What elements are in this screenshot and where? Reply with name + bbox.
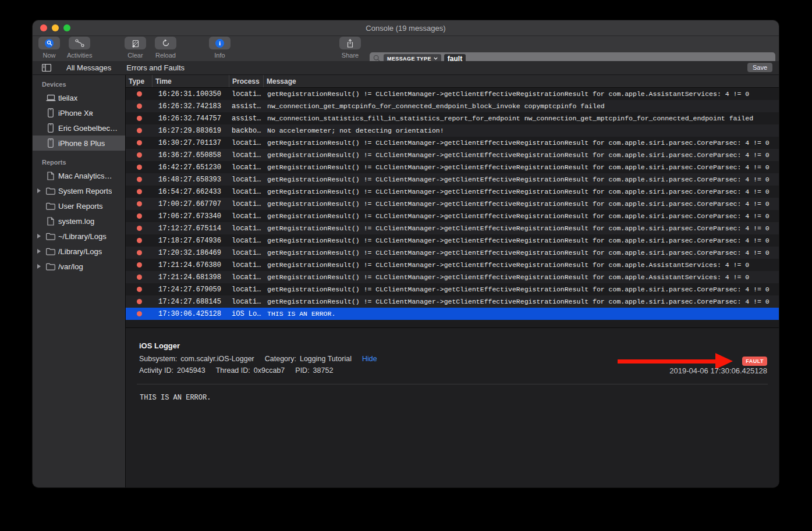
clear-button[interactable]: Clear	[125, 37, 146, 59]
table-row[interactable]: 17:30:06.425128iOS Lo…THIS IS AN ERROR.	[126, 308, 779, 320]
cell-time: 16:26:32.742183	[153, 102, 229, 111]
table-row[interactable]: 16:26:32.742183assist…nw_connection_get_…	[126, 100, 779, 112]
sidebar-item-label: iPhone 8 Plus	[58, 139, 105, 148]
cell-time: 17:24:27.688145	[153, 298, 229, 306]
sidebar: Devices tleilaxiPhone XʀEric Goebelbec…i…	[33, 75, 126, 487]
cell-time: 16:54:27.662433	[153, 188, 229, 196]
cell-time: 17:30:06.425128	[153, 310, 229, 318]
disclosure-triangle-icon[interactable]	[37, 234, 41, 238]
cell-process: locati…	[229, 151, 264, 159]
table-row[interactable]: 17:24:27.688145locati…getRegistrationRes…	[126, 295, 779, 308]
minimize-button[interactable]	[52, 24, 59, 31]
sidebar-item-system-reports[interactable]: System Reports	[33, 183, 125, 198]
sidebar-item-label: System Reports	[58, 187, 112, 195]
table-row[interactable]: 17:24:27.679059locati…getRegistrationRes…	[126, 283, 779, 295]
document-icon	[45, 172, 56, 180]
cell-process: backbo…	[229, 127, 264, 135]
error-dot-icon	[126, 238, 153, 243]
sidebar-toggle-button[interactable]	[42, 64, 51, 72]
sidebar-item-eric-goebelbec[interactable]: Eric Goebelbec…	[33, 120, 125, 136]
table-row[interactable]: 16:54:27.662433locati…getRegistrationRes…	[126, 186, 779, 198]
column-header-message[interactable]: Message	[264, 75, 779, 87]
filter-bar: All Messages Errors and Faults Save	[33, 61, 779, 75]
error-dot-icon	[126, 104, 153, 109]
error-dot-icon	[126, 177, 153, 182]
cell-time: 17:21:24.681398	[153, 273, 229, 281]
column-header-process[interactable]: Process	[229, 75, 264, 87]
disclosure-triangle-icon[interactable]	[37, 249, 41, 254]
reload-button[interactable]: Reload	[155, 37, 176, 59]
tab-errors-and-faults[interactable]: Errors and Faults	[126, 63, 185, 72]
activities-button[interactable]: Activities	[67, 37, 92, 59]
activities-icon	[69, 37, 90, 49]
window-title: Console (19 messages)	[33, 20, 779, 36]
table-row[interactable]: 16:48:27.658393locati…getRegistrationRes…	[126, 173, 779, 186]
table-row[interactable]: 17:00:27.667707locati…getRegistrationRes…	[126, 198, 779, 210]
reports-header: Reports	[33, 156, 125, 168]
sidebar-item-tleilax[interactable]: tleilax	[33, 90, 125, 105]
sidebar-item-var-log[interactable]: /var/log	[33, 259, 125, 274]
sidebar-item-library-logs[interactable]: /Library/Logs	[33, 244, 125, 259]
cell-process: locati…	[229, 249, 264, 257]
zoom-button[interactable]	[63, 24, 70, 31]
table-row[interactable]: 16:27:29.883619backbo…No accelerometer; …	[126, 124, 779, 137]
detail-timestamp: 2019-04-06 17:30:06.425128	[669, 366, 767, 375]
now-button[interactable]: Now	[38, 37, 60, 59]
table-row[interactable]: 17:21:24.676380locati…getRegistrationRes…	[126, 259, 779, 271]
cell-process: locati…	[229, 298, 264, 306]
table-row[interactable]: 17:12:27.675114locati…getRegistrationRes…	[126, 222, 779, 234]
cell-message: getRegistrationResult() != CLClientManag…	[264, 286, 779, 293]
fault-badge: FAULT	[742, 357, 767, 366]
hide-link[interactable]: Hide	[362, 355, 377, 363]
search-token-type-label: MESSAGE TYPE	[387, 56, 431, 62]
cell-process: locati…	[229, 224, 264, 233]
sidebar-item-user-reports[interactable]: User Reports	[33, 198, 125, 213]
detail-message: THIS IS AN ERROR.	[140, 394, 211, 402]
category-label: Category:	[265, 355, 296, 363]
cell-process: assist…	[229, 102, 264, 111]
sidebar-item-library-logs[interactable]: ~/Library/Logs	[33, 229, 125, 244]
sidebar-toggle-icon	[42, 64, 51, 72]
cell-message: getRegistrationResult() != CLClientManag…	[264, 176, 779, 183]
info-button[interactable]: i Info	[209, 37, 231, 59]
cell-message: getRegistrationResult() != CLClientManag…	[264, 200, 779, 208]
table-row[interactable]: 17:18:27.674936locati…getRegistrationRes…	[126, 234, 779, 247]
table-row[interactable]: 17:20:32.186469locati…getRegistrationRes…	[126, 247, 779, 259]
error-dot-icon	[126, 287, 153, 292]
table-row[interactable]: 16:30:27.701137locati…getRegistrationRes…	[126, 137, 779, 149]
table-row[interactable]: 16:26:32.744757assist…nw_connection_stat…	[126, 112, 779, 124]
reload-label: Reload	[155, 52, 176, 59]
share-button[interactable]: Share	[339, 37, 361, 59]
table-row[interactable]: 17:21:24.681398locati…getRegistrationRes…	[126, 271, 779, 283]
table-row[interactable]: 16:26:31.100350locati…getRegistrationRes…	[126, 88, 779, 100]
iphone-icon	[45, 138, 56, 148]
table-row[interactable]: 16:36:27.650858locati…getRegistrationRes…	[126, 149, 779, 161]
column-header-time[interactable]: Time	[153, 75, 229, 87]
info-label: Info	[214, 52, 225, 59]
disclosure-triangle-icon[interactable]	[37, 188, 41, 193]
sidebar-item-label: Eric Goebelbec…	[58, 124, 118, 133]
detail-process-title: iOS Logger	[139, 341, 180, 350]
sidebar-item-label: system.log	[58, 217, 94, 226]
log-table: Type Time Process Message 16:26:31.10035…	[126, 75, 779, 487]
sidebar-item-iphone-8-plus[interactable]: iPhone 8 Plus	[33, 136, 125, 151]
cell-process: locati…	[229, 188, 264, 196]
tab-all-messages[interactable]: All Messages	[66, 63, 111, 72]
disclosure-triangle-icon[interactable]	[37, 264, 41, 269]
table-row[interactable]: 16:42:27.651230locati…getRegistrationRes…	[126, 161, 779, 173]
cell-time: 16:26:32.744757	[153, 115, 229, 123]
sidebar-item-label: Mac Analytics…	[58, 172, 112, 180]
sidebar-item-system-log[interactable]: system.log	[33, 213, 125, 229]
save-button[interactable]: Save	[747, 63, 772, 72]
error-dot-icon	[126, 91, 153, 97]
cell-time: 16:42:27.651230	[153, 163, 229, 172]
cell-time: 17:06:27.673340	[153, 212, 229, 220]
table-row[interactable]: 17:06:27.673340locati…getRegistrationRes…	[126, 210, 779, 222]
folder-icon	[45, 202, 56, 210]
error-dot-icon	[126, 152, 153, 158]
close-button[interactable]	[40, 24, 47, 31]
error-dot-icon	[126, 189, 153, 194]
sidebar-item-iphone-x[interactable]: iPhone Xʀ	[33, 105, 125, 120]
sidebar-item-mac-analytics[interactable]: Mac Analytics…	[33, 168, 125, 183]
column-header-type[interactable]: Type	[126, 75, 153, 87]
